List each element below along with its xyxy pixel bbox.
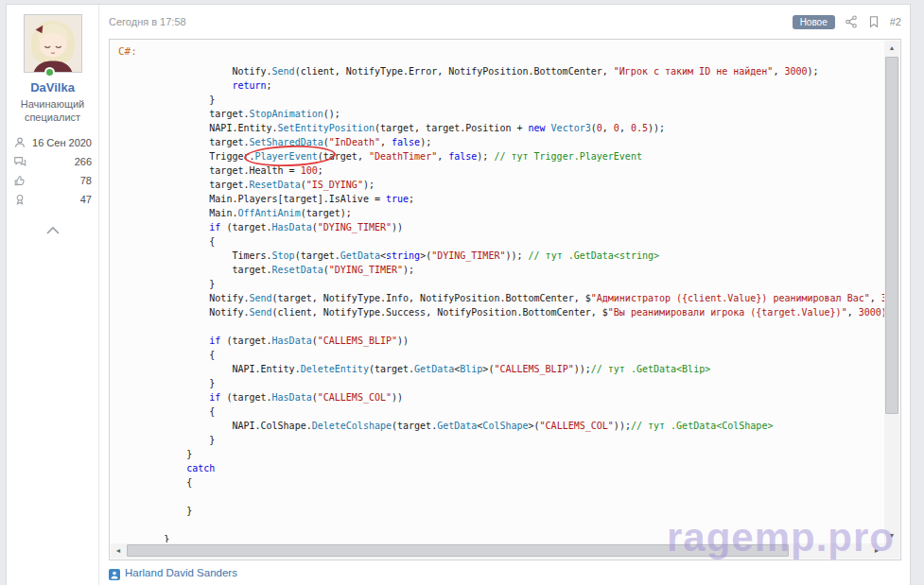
trophy-points: 47 bbox=[80, 194, 92, 205]
post-body: Сегодня в 17:58 Новое #2 C#: Notify.Send… bbox=[100, 5, 910, 585]
code-line: } bbox=[118, 433, 884, 447]
username-link[interactable]: DaVilka bbox=[12, 80, 93, 95]
new-badge: Новое bbox=[793, 15, 835, 29]
code-line: { bbox=[118, 475, 884, 490]
code-line: } bbox=[118, 277, 884, 291]
post-header: Сегодня в 17:58 Новое #2 bbox=[109, 12, 901, 31]
member-since-icon bbox=[13, 136, 26, 149]
code-line: if (target.HasData("CALLEMS_BLIP")) bbox=[118, 334, 884, 348]
code-line: } bbox=[118, 504, 884, 518]
avatar[interactable] bbox=[24, 14, 82, 73]
post-timestamp[interactable]: Сегодня в 17:58 bbox=[109, 16, 186, 27]
code-line bbox=[118, 490, 884, 504]
code-line: target.StopAnimation(); bbox=[118, 107, 884, 121]
horizontal-scrollbar[interactable]: ◄ ► bbox=[111, 543, 884, 559]
horizontal-scroll-thumb[interactable] bbox=[127, 544, 789, 557]
vertical-scrollbar[interactable]: ▲ ▼ bbox=[884, 41, 899, 543]
code-language-label: C#: bbox=[118, 45, 137, 58]
bookmark-icon[interactable] bbox=[867, 15, 880, 28]
code-line: } bbox=[118, 532, 884, 542]
code-line: Notify.Send(client, NotifyType.Error, No… bbox=[118, 64, 884, 78]
joined-date: 16 Сен 2020 bbox=[32, 137, 92, 148]
code-lines: Notify.Send(client, NotifyType.Error, No… bbox=[118, 64, 884, 542]
code-line: { bbox=[118, 348, 884, 362]
code-line bbox=[118, 518, 884, 532]
scroll-down-arrow[interactable]: ▼ bbox=[884, 528, 899, 543]
post-card: DaVilka Начинающий специалист 16 Сен 202… bbox=[6, 4, 911, 585]
code-line: target.Health = 100; bbox=[118, 163, 884, 178]
code-line: NAPI.Entity.SetEntityPosition(target, ta… bbox=[118, 121, 884, 135]
code-line: } bbox=[118, 376, 884, 390]
stat-row-messages: 266 bbox=[12, 152, 93, 171]
user-stats: 16 Сен 2020 266 78 47 bbox=[12, 133, 93, 209]
code-line: { bbox=[118, 234, 884, 249]
code-line: Main.OffAntiAnim(target); bbox=[118, 206, 884, 220]
code-line: if (target.HasData("CALLEMS_COL")) bbox=[118, 390, 884, 404]
trophy-points-icon bbox=[13, 193, 26, 206]
likes-count: 78 bbox=[80, 175, 92, 186]
messages-icon bbox=[13, 155, 26, 168]
user-sidebar: DaVilka Начинающий специалист 16 Сен 202… bbox=[7, 5, 99, 585]
code-line bbox=[118, 319, 884, 334]
vertical-scroll-thumb[interactable] bbox=[885, 57, 898, 414]
stat-row-joined: 16 Сен 2020 bbox=[12, 133, 93, 152]
code-line: target.ResetData("DYING_TIMER"); bbox=[118, 263, 884, 277]
code-line: return; bbox=[118, 78, 884, 93]
code-line: { bbox=[118, 404, 884, 419]
scroll-up-arrow[interactable]: ▲ bbox=[884, 41, 899, 56]
online-indicator bbox=[44, 67, 55, 77]
code-line: } bbox=[118, 447, 884, 461]
code-line: if (target.HasData("DYING_TIMER")) bbox=[118, 220, 884, 234]
stat-row-trophy: 47 bbox=[12, 190, 93, 209]
code-line: NAPI.Entity.DeleteEntity(target.GetData<… bbox=[118, 362, 884, 376]
code-line: catch bbox=[118, 461, 884, 475]
code-line: Notify.Send(client, NotifyType.Success, … bbox=[118, 305, 884, 319]
scroll-left-arrow[interactable]: ◄ bbox=[111, 543, 126, 559]
code-line: Timers.Stop(target.GetData<string>("DYIN… bbox=[118, 249, 884, 263]
post-footer: Harland David Sanders bbox=[109, 567, 901, 578]
quoted-user-link[interactable]: Harland David Sanders bbox=[125, 567, 237, 578]
messages-count: 266 bbox=[75, 156, 92, 167]
stat-row-likes: 78 bbox=[12, 171, 93, 190]
likes-icon bbox=[13, 174, 26, 187]
code-line: Notify.Send(target, NotifyType.Info, Not… bbox=[118, 291, 884, 305]
footer-user-icon bbox=[109, 567, 120, 578]
code-line: NAPI.ColShape.DeleteColshape(target.GetD… bbox=[118, 419, 884, 433]
code-line: target.SetSharedData("InDeath", false); bbox=[118, 135, 884, 149]
code-block: C#: Notify.Send(client, NotifyType.Error… bbox=[109, 39, 901, 560]
chevron-up-icon[interactable] bbox=[45, 222, 61, 239]
scroll-right-arrow[interactable]: ► bbox=[869, 543, 884, 559]
code-line: target.ResetData("IS_DYING"); bbox=[118, 178, 884, 192]
code-line: Trigger.PlayerEvent(target, "DeathTimer"… bbox=[118, 149, 884, 163]
share-icon[interactable] bbox=[845, 15, 858, 28]
code-line: Main.Players[target].IsAlive = true; bbox=[118, 192, 884, 206]
user-title: Начинающий специалист bbox=[12, 97, 93, 124]
code-line: } bbox=[118, 93, 884, 107]
scrollbar-corner bbox=[884, 543, 899, 559]
post-number-link[interactable]: #2 bbox=[890, 16, 901, 27]
